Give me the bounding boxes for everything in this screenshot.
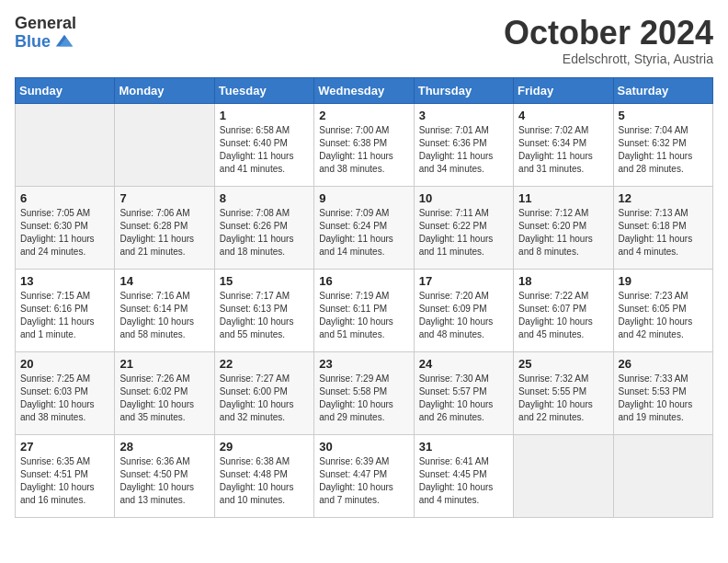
calendar-cell: 21Sunrise: 7:26 AMSunset: 6:02 PMDayligh… [115,351,214,434]
logo-icon [54,31,74,52]
day-number: 10 [419,191,508,205]
calendar-cell: 23Sunrise: 7:29 AMSunset: 5:58 PMDayligh… [314,351,414,434]
calendar-cell: 1Sunrise: 6:58 AMSunset: 6:40 PMDaylight… [214,103,313,186]
calendar-cell: 12Sunrise: 7:13 AMSunset: 6:18 PMDayligh… [613,186,712,269]
calendar-week-row: 13Sunrise: 7:15 AMSunset: 6:16 PMDayligh… [16,269,713,351]
logo: General Blue [15,15,76,52]
day-number: 18 [518,274,608,288]
day-detail: Sunrise: 7:04 AMSunset: 6:32 PMDaylight:… [619,124,708,176]
calendar-week-row: 20Sunrise: 7:25 AMSunset: 6:03 PMDayligh… [16,351,713,434]
calendar-cell: 29Sunrise: 6:38 AMSunset: 4:48 PMDayligh… [214,434,313,517]
calendar-cell: 6Sunrise: 7:05 AMSunset: 6:30 PMDaylight… [16,186,115,269]
title-area: October 2024 Edelschrott, Styria, Austri… [504,15,713,66]
weekday-header-sunday: Sunday [16,77,115,103]
calendar-cell: 18Sunrise: 7:22 AMSunset: 6:07 PMDayligh… [514,269,613,351]
calendar-cell: 7Sunrise: 7:06 AMSunset: 6:28 PMDaylight… [115,186,214,269]
calendar-cell [613,434,712,517]
calendar-cell [115,103,214,186]
calendar-cell: 5Sunrise: 7:04 AMSunset: 6:32 PMDaylight… [613,103,712,186]
day-detail: Sunrise: 7:15 AMSunset: 6:16 PMDaylight:… [20,290,109,341]
day-number: 4 [518,109,608,122]
calendar-cell: 14Sunrise: 7:16 AMSunset: 6:14 PMDayligh… [115,269,214,351]
day-detail: Sunrise: 6:39 AMSunset: 4:47 PMDaylight:… [319,455,408,507]
day-number: 20 [20,357,109,371]
calendar-week-row: 27Sunrise: 6:35 AMSunset: 4:51 PMDayligh… [16,434,713,517]
day-detail: Sunrise: 7:32 AMSunset: 5:55 PMDaylight:… [518,373,608,424]
day-number: 9 [319,191,408,205]
day-number: 26 [619,357,708,371]
logo-blue: Blue [15,33,51,50]
logo-general: General [15,15,76,31]
weekday-header-thursday: Thursday [414,77,513,103]
calendar-cell: 20Sunrise: 7:25 AMSunset: 6:03 PMDayligh… [16,351,115,434]
calendar-week-row: 6Sunrise: 7:05 AMSunset: 6:30 PMDaylight… [16,186,713,269]
day-detail: Sunrise: 7:12 AMSunset: 6:20 PMDaylight:… [518,207,608,259]
day-detail: Sunrise: 7:01 AMSunset: 6:36 PMDaylight:… [419,124,508,176]
calendar-table: SundayMondayTuesdayWednesdayThursdayFrid… [15,77,713,518]
calendar-cell: 24Sunrise: 7:30 AMSunset: 5:57 PMDayligh… [414,351,513,434]
calendar-cell: 30Sunrise: 6:39 AMSunset: 4:47 PMDayligh… [314,434,414,517]
location-subtitle: Edelschrott, Styria, Austria [504,52,713,66]
day-detail: Sunrise: 7:00 AMSunset: 6:38 PMDaylight:… [319,124,408,176]
day-number: 8 [220,191,309,205]
day-detail: Sunrise: 7:20 AMSunset: 6:09 PMDaylight:… [419,290,508,341]
day-detail: Sunrise: 7:29 AMSunset: 5:58 PMDaylight:… [319,373,408,424]
day-number: 2 [319,109,408,122]
calendar-cell: 2Sunrise: 7:00 AMSunset: 6:38 PMDaylight… [314,103,414,186]
day-number: 5 [619,109,708,122]
calendar-cell: 28Sunrise: 6:36 AMSunset: 4:50 PMDayligh… [115,434,214,517]
day-number: 25 [518,357,608,371]
day-detail: Sunrise: 7:16 AMSunset: 6:14 PMDaylight:… [119,290,209,341]
day-number: 15 [220,274,309,288]
weekday-header-row: SundayMondayTuesdayWednesdayThursdayFrid… [16,77,713,103]
day-detail: Sunrise: 7:13 AMSunset: 6:18 PMDaylight:… [619,207,708,259]
calendar-cell: 25Sunrise: 7:32 AMSunset: 5:55 PMDayligh… [514,351,613,434]
calendar-cell: 16Sunrise: 7:19 AMSunset: 6:11 PMDayligh… [314,269,414,351]
day-detail: Sunrise: 7:30 AMSunset: 5:57 PMDaylight:… [419,373,508,424]
calendar-cell: 26Sunrise: 7:33 AMSunset: 5:53 PMDayligh… [613,351,712,434]
day-detail: Sunrise: 7:09 AMSunset: 6:24 PMDaylight:… [319,207,408,259]
day-detail: Sunrise: 7:02 AMSunset: 6:34 PMDaylight:… [518,124,608,176]
page-header: General Blue October 2024 Edelschrott, S… [15,15,713,66]
day-detail: Sunrise: 6:38 AMSunset: 4:48 PMDaylight:… [220,455,309,507]
month-title: October 2024 [504,15,713,52]
calendar-cell [16,103,115,186]
day-detail: Sunrise: 7:17 AMSunset: 6:13 PMDaylight:… [220,290,309,341]
day-number: 14 [119,274,209,288]
day-detail: Sunrise: 6:35 AMSunset: 4:51 PMDaylight:… [20,455,109,507]
calendar-week-row: 1Sunrise: 6:58 AMSunset: 6:40 PMDaylight… [16,103,713,186]
day-detail: Sunrise: 7:05 AMSunset: 6:30 PMDaylight:… [20,207,109,259]
day-detail: Sunrise: 6:58 AMSunset: 6:40 PMDaylight:… [220,124,309,176]
calendar-cell: 10Sunrise: 7:11 AMSunset: 6:22 PMDayligh… [414,186,513,269]
calendar-cell: 19Sunrise: 7:23 AMSunset: 6:05 PMDayligh… [613,269,712,351]
calendar-cell [514,434,613,517]
day-number: 24 [419,357,508,371]
weekday-header-monday: Monday [115,77,214,103]
day-detail: Sunrise: 7:19 AMSunset: 6:11 PMDaylight:… [319,290,408,341]
day-detail: Sunrise: 7:11 AMSunset: 6:22 PMDaylight:… [419,207,508,259]
day-number: 1 [220,109,309,122]
calendar-cell: 3Sunrise: 7:01 AMSunset: 6:36 PMDaylight… [414,103,513,186]
weekday-header-wednesday: Wednesday [314,77,414,103]
day-detail: Sunrise: 7:06 AMSunset: 6:28 PMDaylight:… [119,207,209,259]
day-number: 27 [20,440,109,454]
calendar-cell: 27Sunrise: 6:35 AMSunset: 4:51 PMDayligh… [16,434,115,517]
day-detail: Sunrise: 6:36 AMSunset: 4:50 PMDaylight:… [119,455,209,507]
day-detail: Sunrise: 7:23 AMSunset: 6:05 PMDaylight:… [619,290,708,341]
day-detail: Sunrise: 7:33 AMSunset: 5:53 PMDaylight:… [619,373,708,424]
day-number: 17 [419,274,508,288]
calendar-cell: 11Sunrise: 7:12 AMSunset: 6:20 PMDayligh… [514,186,613,269]
calendar-cell: 17Sunrise: 7:20 AMSunset: 6:09 PMDayligh… [414,269,513,351]
day-detail: Sunrise: 6:41 AMSunset: 4:45 PMDaylight:… [419,455,508,507]
day-detail: Sunrise: 7:25 AMSunset: 6:03 PMDaylight:… [20,373,109,424]
day-detail: Sunrise: 7:26 AMSunset: 6:02 PMDaylight:… [119,373,209,424]
day-number: 7 [119,191,209,205]
weekday-header-friday: Friday [514,77,613,103]
calendar-cell: 31Sunrise: 6:41 AMSunset: 4:45 PMDayligh… [414,434,513,517]
day-detail: Sunrise: 7:08 AMSunset: 6:26 PMDaylight:… [220,207,309,259]
day-number: 21 [119,357,209,371]
day-number: 12 [619,191,708,205]
day-number: 30 [319,440,408,454]
day-number: 13 [20,274,109,288]
calendar-cell: 22Sunrise: 7:27 AMSunset: 6:00 PMDayligh… [214,351,313,434]
